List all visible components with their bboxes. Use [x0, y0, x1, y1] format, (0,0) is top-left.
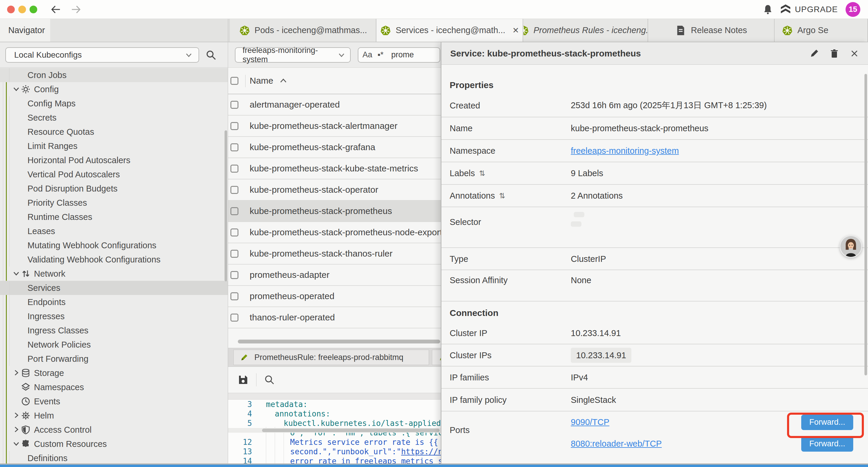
row-checkbox[interactable] [230, 186, 239, 194]
sidebar-item[interactable]: Ingress Classes [0, 323, 228, 338]
sidebar-item[interactable]: Secrets [0, 111, 228, 125]
editor-tab-partial[interactable] [432, 350, 441, 365]
content-tab[interactable]: Pods - icecheng@mathmas... [230, 19, 376, 42]
delete-trash-icon[interactable] [830, 49, 839, 58]
editor-line[interactable]: 12Metrics service error rate is {{ $va [228, 437, 441, 447]
regex-icon[interactable]: ▪* [378, 50, 383, 59]
row-checkbox[interactable] [230, 229, 239, 236]
sidebar-item[interactable]: Leases [0, 224, 228, 238]
yaml-editor[interactable]: 3metadata:4annotations:5kubectl.kubernet… [228, 400, 441, 463]
editor-horizontal-scrollbar[interactable] [228, 428, 441, 433]
row-checkbox[interactable] [230, 122, 239, 130]
chevron-right-icon[interactable] [12, 369, 21, 377]
sidebar-item[interactable]: Mutating Webhook Configurations [0, 238, 228, 253]
row-checkbox[interactable] [230, 292, 239, 300]
editor-line[interactable]: 4annotations: [228, 409, 441, 418]
kubeconfig-selector[interactable]: Local Kubeconfigs [5, 47, 199, 63]
forward-button[interactable]: Forward... [801, 415, 853, 430]
editor-line[interactable]: 14error rate in freeleaps metrics ser [228, 456, 441, 463]
service-row[interactable]: kube-prometheus-stack-kube-state-metrics [228, 158, 441, 179]
chevron-down-icon[interactable] [12, 440, 21, 447]
service-row[interactable]: kube-prometheus-stack-grafana [228, 137, 441, 158]
close-icon[interactable] [850, 49, 859, 58]
row-checkbox[interactable] [230, 101, 239, 109]
sidebar-item[interactable]: Vertical Pod Autoscalers [0, 167, 228, 181]
forward-button[interactable]: Forward... [801, 436, 853, 451]
sidebar-item[interactable]: Network [0, 267, 228, 281]
close-icon[interactable]: ✕ [510, 26, 519, 35]
editor-line[interactable]: 3metadata: [228, 400, 441, 409]
sidebar-item[interactable]: Runtime Classes [0, 210, 228, 224]
sidebar-item[interactable]: Access Control [0, 423, 228, 437]
row-checkbox[interactable] [230, 314, 239, 322]
expand-collapse-icon[interactable]: ⇅ [479, 169, 485, 178]
chevron-right-icon[interactable] [12, 426, 21, 433]
upgrade-button[interactable]: UPGRADE [780, 4, 838, 14]
sidebar-item[interactable]: Definitions [0, 451, 228, 463]
edit-pencil-icon[interactable] [809, 49, 819, 58]
content-tab[interactable]: Prometheus Rules - icecheng... [523, 19, 648, 42]
sidebar-item[interactable]: Config [0, 82, 228, 96]
maximize-window-button[interactable] [30, 6, 37, 13]
sidebar-item[interactable]: Limit Ranges [0, 139, 228, 153]
detail-scrollbar[interactable] [864, 74, 867, 375]
row-checkbox[interactable] [230, 143, 239, 151]
sidebar-item[interactable]: Namespaces [0, 380, 228, 394]
minimize-window-button[interactable] [18, 6, 26, 13]
sidebar-item[interactable]: Storage [0, 366, 228, 380]
service-row[interactable]: kube-prometheus-stack-prometheus [228, 201, 441, 222]
notifications-bell-icon[interactable] [763, 4, 773, 14]
sidebar-item[interactable]: Config Maps [0, 96, 228, 111]
sidebar-item[interactable]: Ingresses [0, 309, 228, 323]
sidebar-item[interactable]: Resource Quotas [0, 125, 228, 139]
service-row[interactable]: alertmanager-operated [228, 94, 441, 116]
chevron-right-icon[interactable] [12, 411, 21, 419]
sidebar-item[interactable]: Port Forwarding [0, 352, 228, 366]
expand-collapse-icon[interactable]: ⇅ [499, 192, 505, 200]
sidebar-item[interactable]: Horizontal Pod Autoscalers [0, 153, 228, 167]
editor-tab[interactable]: PrometheusRule: freeleaps-prod-rabbitmq [234, 350, 429, 365]
content-tab[interactable]: Services - icecheng@math... ✕ [376, 19, 523, 42]
sidebar-item[interactable]: Network Policies [0, 338, 228, 352]
assistant-avatar[interactable] [840, 235, 862, 258]
editor-line[interactable]: 13second.","runbook_url":"https://net [228, 447, 441, 456]
sidebar-item[interactable]: Pod Disruption Budgets [0, 181, 228, 196]
notification-count-badge[interactable]: 15 [845, 2, 860, 17]
sidebar-item[interactable]: Helm [0, 408, 228, 423]
horizontal-scrollbar[interactable] [238, 340, 440, 344]
search-icon[interactable] [206, 50, 216, 60]
service-row[interactable]: prometheus-operated [228, 286, 441, 307]
service-row[interactable]: kube-prometheus-stack-prometheus-node-ex… [228, 222, 441, 243]
chevron-down-icon[interactable] [12, 269, 21, 277]
service-row[interactable]: kube-prometheus-stack-thanos-ruler [228, 243, 441, 265]
namespace-selector[interactable]: freeleaps-monitoring-system [235, 47, 351, 63]
back-icon[interactable] [51, 4, 61, 14]
match-case-icon[interactable]: Aa [363, 50, 372, 59]
content-tab[interactable]: Release Notes [648, 19, 775, 42]
filter-input[interactable]: Aa ▪* prome [358, 47, 440, 63]
row-checkbox[interactable] [230, 271, 239, 279]
sidebar-item[interactable]: Custom Resources [0, 437, 228, 451]
port-link[interactable]: 9090/TCP [571, 417, 610, 427]
service-row[interactable]: kube-prometheus-stack-alertmanager [228, 116, 441, 137]
sidebar-item[interactable]: Events [0, 394, 228, 408]
sidebar-scrollbar[interactable] [224, 130, 227, 282]
chevron-down-icon[interactable] [12, 85, 21, 93]
sidebar-item[interactable]: Cron Jobs [0, 68, 228, 82]
sidebar-item[interactable]: Priority Classes [0, 196, 228, 210]
row-checkbox[interactable] [230, 165, 239, 173]
row-checkbox[interactable] [230, 250, 239, 258]
service-row[interactable]: thanos-ruler-operated [228, 307, 441, 328]
navigator-panel-tab[interactable]: Navigator [0, 19, 50, 42]
sidebar-item[interactable]: Validating Webhook Configurations [0, 253, 228, 267]
sidebar-item[interactable]: Endpoints [0, 295, 228, 309]
service-row[interactable]: kube-prometheus-stack-operator [228, 179, 441, 201]
filter-value[interactable]: prome [391, 50, 414, 59]
editor-line[interactable]: 5kubectl.kubernetes.io/last-applied-conf… [228, 418, 441, 428]
close-window-button[interactable] [7, 6, 15, 13]
row-checkbox[interactable] [230, 207, 239, 215]
save-icon[interactable] [238, 375, 248, 385]
service-row[interactable]: prometheus-adapter [228, 265, 441, 286]
sidebar-item[interactable]: Services [0, 281, 228, 295]
select-all-checkbox[interactable] [230, 77, 239, 85]
